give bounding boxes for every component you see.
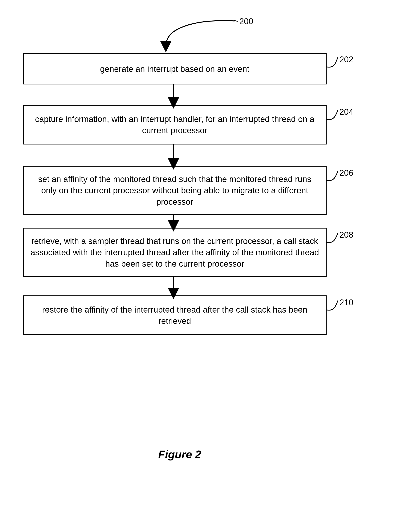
step-text-206: set an affinity of the monitored thread … [24,173,326,207]
flow-title-label: 200 [239,17,253,25]
leader-208 [326,233,338,243]
entry-arrow [166,21,234,47]
step-text-204: capture information, with an interrupt h… [24,114,326,136]
step-id-206: 206 [339,169,353,177]
step-box-206: set an affinity of the monitored thread … [23,166,327,215]
step-text-210: restore the affinity of the interrupted … [24,304,326,327]
entry-arrow-tick [234,20,238,21]
leader-204 [326,110,338,120]
step-text-202: generate an interrupt based on an event [94,63,255,74]
step-text-208: retrieve, with a sampler thread that run… [24,235,326,269]
figure-caption: Figure 2 [158,448,201,461]
step-id-202: 202 [339,55,353,64]
step-id-208: 208 [339,231,353,239]
leader-202 [326,57,338,67]
step-id-204: 204 [339,108,353,116]
step-box-204: capture information, with an interrupt h… [23,105,327,145]
step-box-208: retrieve, with a sampler thread that run… [23,228,327,277]
step-id-210: 210 [339,298,353,307]
page: 200 generate an interrupt based on an ev… [0,0,420,523]
leader-210 [326,301,338,310]
step-box-202: generate an interrupt based on an event [23,53,327,84]
leader-206 [326,171,338,181]
step-box-210: restore the affinity of the interrupted … [23,295,327,335]
